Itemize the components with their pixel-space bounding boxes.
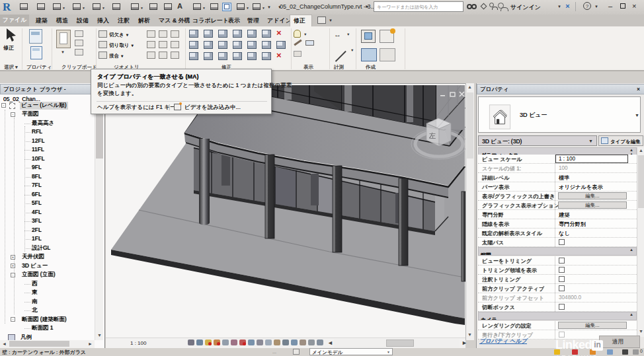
svg-text:左: 左 <box>429 132 436 139</box>
